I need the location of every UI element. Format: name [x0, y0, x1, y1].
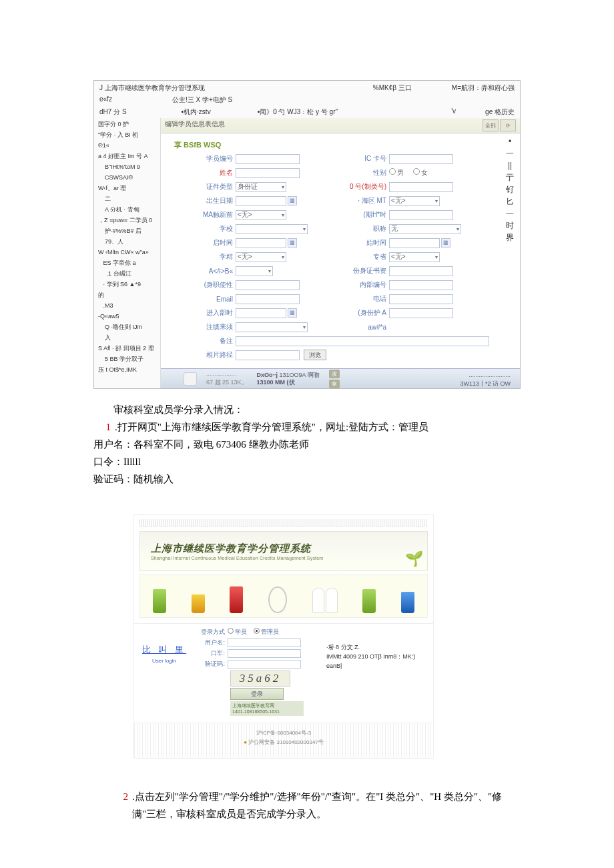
- sidebar-item[interactable]: W‹f、ar 理: [98, 183, 158, 193]
- input-captcha[interactable]: [228, 660, 301, 669]
- calendar-icon-4[interactable]: ▦: [288, 308, 297, 318]
- flask-icon: [192, 594, 205, 613]
- lbl-login-mode: 登录方式: [197, 628, 228, 636]
- sidebar-item[interactable]: "学分 · 入 BI 初: [98, 130, 158, 139]
- sub1-mid: 公主!三 X 学+电护 S: [172, 95, 232, 105]
- step2-text: .点击左列"学分管理"/"学分维护"/选择"年份"/"查询"。在"I 类总分"、…: [132, 788, 521, 823]
- step1-text-b: 用户名：各科室不同，致电 673406 继教办陈老师: [93, 436, 521, 453]
- input-intime[interactable]: [236, 308, 286, 318]
- sidebar-tree[interactable]: 国字分 0 护"学分 · 入 BI 初®1«a 4 好匪主 Im 号 A B"I…: [94, 118, 161, 388]
- toolbar-btn-2[interactable]: ⟳: [500, 119, 516, 131]
- captcha-image[interactable]: 35a62: [230, 671, 290, 687]
- calendar-icon-2[interactable]: ▦: [288, 238, 297, 248]
- doc-section-2: 2 .点击左列"学分管理"/"学分维护"/选择"年份"/"查询"。在"I 类总分…: [111, 788, 521, 823]
- sidebar-item[interactable]: ，Z ≡puw≡ 二学员 0: [98, 215, 158, 225]
- input-outtype[interactable]: [389, 308, 453, 318]
- input-start[interactable]: [236, 238, 286, 248]
- form-section1: 享 BSfB WSQ: [174, 140, 513, 150]
- lbl-title: 职称: [345, 224, 389, 234]
- app-top-right: M=航羽：弄和府心强: [452, 83, 515, 93]
- select-title[interactable]: 无: [389, 224, 461, 234]
- sidebar-item[interactable]: 入: [98, 333, 158, 342]
- form-title: 编辑学员信息表信息: [165, 119, 225, 131]
- input-idno[interactable]: [389, 182, 453, 192]
- sidebar-item[interactable]: 国字分 0 护: [98, 119, 158, 129]
- lbl-spec: 专省: [345, 252, 389, 262]
- input-degree[interactable]: [389, 210, 453, 220]
- app-screenshot: J 上海市继续医学教育学分管理系现 %MK¢β 三口 M=航羽：弄和府心强 e«…: [93, 80, 521, 389]
- input-username[interactable]: [228, 638, 301, 647]
- login-screenshot: 上海市继续医学教育学分管理系统 Shanghai Internet Contin…: [133, 514, 434, 759]
- select-spec[interactable]: <无>: [389, 252, 440, 262]
- lbl-password: 口车:: [197, 649, 228, 658]
- browse-button[interactable]: 浏览: [304, 350, 326, 360]
- input-birth[interactable]: [236, 196, 286, 206]
- select-regsrc[interactable]: [236, 322, 308, 332]
- step2-num: 2: [111, 788, 128, 823]
- sub2-r1: 'v: [451, 107, 456, 117]
- radio-mode-student[interactable]: [228, 628, 234, 634]
- input-phone[interactable]: [389, 294, 453, 304]
- calendar-icon-3[interactable]: ▦: [441, 238, 450, 248]
- input-end[interactable]: [389, 238, 440, 248]
- sidebar-item[interactable]: W ‹Mltn CW« w"a»: [98, 248, 158, 257]
- lbl-captcha: 验证码:: [197, 660, 228, 669]
- login-button[interactable]: 登录: [230, 688, 284, 700]
- login-note: 上海继续医学教育网 1401-108188505-1631: [230, 701, 304, 716]
- input-innerno[interactable]: [389, 280, 453, 290]
- sidebar-item[interactable]: ®1«: [98, 141, 158, 150]
- sidebar-item[interactable]: · 学到 S6 ▲*9: [98, 280, 158, 289]
- step1-text-a: .打开网页"上海市继续医学教育学分管理系统"，网址:登陆方式：管理员: [115, 418, 428, 436]
- input-password[interactable]: [228, 649, 301, 658]
- select-district[interactable]: <无>: [389, 196, 440, 206]
- radio-male[interactable]: [389, 168, 396, 175]
- sidebar-item[interactable]: S Afl · 郤 田项目 2 理: [98, 344, 158, 353]
- lbl-a: A<#>B«: [192, 268, 236, 275]
- input-workcert[interactable]: [389, 266, 453, 276]
- radio-mode-admin[interactable]: [254, 628, 260, 634]
- lbl-remark: 备注: [192, 336, 236, 346]
- sidebar-item[interactable]: 护·#%%B# 后: [98, 226, 158, 236]
- sidebar-item[interactable]: CSWSAI®: [98, 173, 158, 182]
- toolbar-btn-all[interactable]: 全部: [483, 119, 499, 131]
- sidebar-item[interactable]: ES 字帝你 a: [98, 258, 158, 268]
- sidebar-item[interactable]: 79、人: [98, 237, 158, 246]
- sidebar-item[interactable]: A 分机 · 青甸: [98, 205, 158, 214]
- input-email[interactable]: [236, 294, 300, 304]
- sidebar-item[interactable]: .1 台嵋江: [98, 269, 158, 278]
- sub2-m2: •闻》0 勺 WJ3：松 y 号 gr": [258, 107, 338, 117]
- lbl-birth: 出生日期: [192, 196, 236, 205]
- input-iccard[interactable]: [389, 154, 453, 164]
- login-brand-en: User login: [141, 658, 188, 664]
- sidebar-item[interactable]: -Q«aw5: [98, 312, 158, 321]
- lbl-intime: 进入部时: [192, 308, 236, 318]
- sidebar-item[interactable]: 二: [98, 194, 158, 203]
- sidebar-item[interactable]: 压 t Ot$*e,IMK: [98, 365, 158, 374]
- input-remark[interactable]: [236, 336, 489, 346]
- radio-female[interactable]: [413, 168, 420, 175]
- input-name[interactable]: [236, 168, 300, 178]
- calendar-icon[interactable]: ▦: [288, 196, 297, 205]
- select-ftype[interactable]: <无>: [236, 252, 286, 262]
- input-emptype[interactable]: [236, 280, 300, 290]
- microscope-icon: [268, 586, 287, 613]
- sub2-m1: •机内·zstv: [182, 107, 211, 117]
- select-edu[interactable]: <无>: [236, 210, 286, 220]
- status-badge-2: 拿: [329, 380, 340, 388]
- input-studentid[interactable]: [236, 154, 300, 164]
- login-gallery: [139, 574, 428, 618]
- select-idtype[interactable]: 身份证: [236, 182, 286, 192]
- input-photo[interactable]: [236, 350, 300, 360]
- sidebar-item[interactable]: 5 BB 学分双子: [98, 354, 158, 364]
- sidebar-item[interactable]: a 4 好匪主 Im 号 A: [98, 151, 158, 161]
- sidebar-item[interactable]: B"IHt%'toM 9: [98, 162, 158, 171]
- lbl-outtype: (身份护 A: [345, 308, 389, 318]
- sidebar-item[interactable]: .M3: [98, 301, 158, 310]
- sub2-left: dH7 分 S: [99, 107, 127, 117]
- banner-title-en: Shanghai Internet Continuous Medical Edu…: [151, 556, 427, 560]
- select-a[interactable]: [236, 266, 273, 276]
- sidebar-item[interactable]: 的: [98, 290, 158, 300]
- sidebar-item[interactable]: Q ·噜住则 IJm: [98, 322, 158, 332]
- select-school[interactable]: [236, 224, 308, 234]
- footer-icon-1[interactable]: [184, 372, 197, 386]
